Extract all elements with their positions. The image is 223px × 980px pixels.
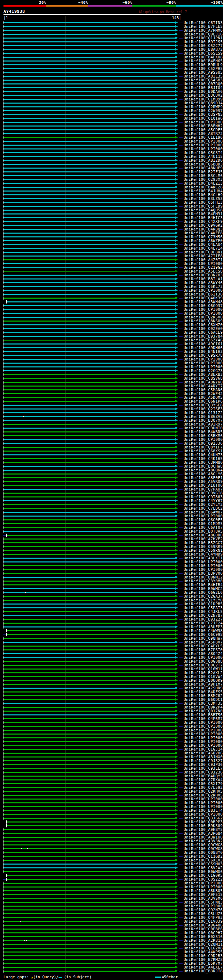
- alignment-bar[interactable]: [3, 649, 175, 651]
- alignment-bar[interactable]: [3, 344, 175, 345]
- alignment-bar[interactable]: [3, 435, 175, 436]
- alignment-bar[interactable]: [3, 642, 175, 643]
- alignment-bar[interactable]: [3, 374, 175, 375]
- alignment-bar[interactable]: [3, 141, 175, 142]
- alignment-bar[interactable]: [3, 955, 175, 956]
- alignment-bar[interactable]: [3, 917, 175, 918]
- alignment-bar[interactable]: [3, 741, 175, 742]
- alignment-bar[interactable]: [3, 382, 175, 383]
- subject-label[interactable]: UniRef100_B3RJT8: [184, 969, 223, 973]
- alignment-bar[interactable]: [3, 967, 175, 968]
- alignment-bar[interactable]: [7, 875, 175, 876]
- alignment-bar[interactable]: [3, 963, 175, 964]
- alignment-bar[interactable]: [3, 627, 175, 627]
- alignment-bar[interactable]: [3, 581, 175, 582]
- alignment-bar[interactable]: [3, 921, 175, 922]
- alignment-bar[interactable]: [3, 845, 175, 845]
- alignment-bar[interactable]: [3, 232, 175, 234]
- alignment-bar[interactable]: [3, 282, 175, 283]
- alignment-bar[interactable]: [3, 936, 175, 937]
- alignment-bar[interactable]: [3, 470, 175, 471]
- alignment-bar[interactable]: [3, 68, 175, 69]
- alignment-bar[interactable]: [3, 588, 175, 589]
- alignment-bar[interactable]: [3, 661, 175, 662]
- alignment-bar[interactable]: [3, 829, 175, 830]
- alignment-bar[interactable]: [3, 217, 175, 218]
- alignment-bar[interactable]: [3, 294, 175, 295]
- alignment-bar[interactable]: [3, 45, 175, 46]
- alignment-bar[interactable]: [3, 60, 175, 62]
- alignment-bar[interactable]: [3, 714, 175, 716]
- alignment-bar[interactable]: [3, 810, 175, 811]
- alignment-bar[interactable]: [3, 64, 175, 65]
- alignment-bar[interactable]: [3, 252, 175, 253]
- alignment-bar[interactable]: [3, 783, 175, 784]
- alignment-bar[interactable]: [3, 680, 175, 681]
- alignment-bar[interactable]: [3, 290, 175, 291]
- alignment-bar[interactable]: [3, 107, 175, 107]
- alignment-bar[interactable]: [3, 699, 175, 700]
- alignment-bar[interactable]: [3, 145, 175, 146]
- alignment-bar[interactable]: [3, 603, 175, 605]
- alignment-bar[interactable]: [3, 764, 175, 765]
- alignment-bar[interactable]: [3, 477, 175, 478]
- alignment-bar[interactable]: [3, 684, 175, 685]
- alignment-bar[interactable]: [3, 133, 175, 134]
- alignment-bar[interactable]: [3, 733, 175, 735]
- alignment-bar[interactable]: [3, 527, 175, 528]
- alignment-row[interactable]: UniRef100_B3RJT8: [0, 969, 223, 973]
- alignment-bar[interactable]: [3, 611, 175, 612]
- alignment-bar[interactable]: [3, 99, 175, 100]
- alignment-bar[interactable]: [3, 458, 175, 459]
- alignment-bar[interactable]: [3, 221, 175, 222]
- alignment-bar[interactable]: [3, 53, 175, 54]
- alignment-bar[interactable]: [3, 160, 175, 161]
- alignment-bar[interactable]: [3, 148, 175, 150]
- alignment-bar[interactable]: [3, 321, 175, 321]
- alignment-bar[interactable]: [3, 126, 175, 127]
- alignment-bar[interactable]: [3, 156, 175, 157]
- alignment-bar[interactable]: [3, 970, 175, 972]
- alignment-bar[interactable]: [3, 592, 175, 593]
- alignment-bar[interactable]: [3, 515, 175, 517]
- alignment-bar[interactable]: [3, 752, 175, 754]
- alignment-bar[interactable]: [3, 366, 175, 368]
- alignment-bar[interactable]: [3, 275, 175, 276]
- alignment-bar[interactable]: [3, 871, 175, 872]
- alignment-bar[interactable]: [3, 271, 175, 272]
- alignment-bar[interactable]: [3, 428, 175, 429]
- alignment-bar[interactable]: [3, 179, 175, 180]
- alignment-bar[interactable]: [3, 236, 175, 237]
- alignment-bar[interactable]: [3, 818, 175, 819]
- alignment-bar[interactable]: [3, 57, 175, 58]
- alignment-bar[interactable]: [3, 454, 175, 455]
- alignment-bar[interactable]: [3, 894, 175, 895]
- alignment-bar[interactable]: [3, 749, 175, 750]
- alignment-bar[interactable]: [3, 332, 175, 333]
- alignment-bar[interactable]: [3, 558, 175, 558]
- alignment-bar[interactable]: [3, 722, 175, 723]
- alignment-bar[interactable]: [3, 577, 175, 578]
- alignment-bar[interactable]: [3, 707, 175, 708]
- alignment-bar[interactable]: [3, 940, 175, 941]
- alignment-bar[interactable]: [3, 665, 175, 666]
- alignment-bar[interactable]: [3, 925, 175, 926]
- alignment-bar[interactable]: [3, 87, 175, 88]
- alignment-bar[interactable]: [3, 359, 175, 360]
- alignment-bar[interactable]: [3, 462, 175, 463]
- alignment-bar[interactable]: [3, 49, 175, 50]
- alignment-bar[interactable]: [3, 772, 175, 773]
- alignment-bar[interactable]: [3, 447, 175, 448]
- alignment-bar[interactable]: [3, 41, 175, 42]
- alignment-bar[interactable]: [3, 385, 175, 387]
- alignment-bar[interactable]: [3, 508, 175, 509]
- alignment-bar[interactable]: [3, 397, 175, 398]
- alignment-bar[interactable]: [3, 389, 175, 390]
- alignment-bar[interactable]: [3, 355, 175, 356]
- alignment-bar[interactable]: [3, 860, 175, 861]
- alignment-bar[interactable]: [3, 687, 175, 689]
- alignment-bar[interactable]: [3, 34, 175, 35]
- alignment-bar[interactable]: [3, 607, 175, 608]
- alignment-bar[interactable]: [3, 837, 175, 838]
- alignment-bar[interactable]: [3, 187, 175, 188]
